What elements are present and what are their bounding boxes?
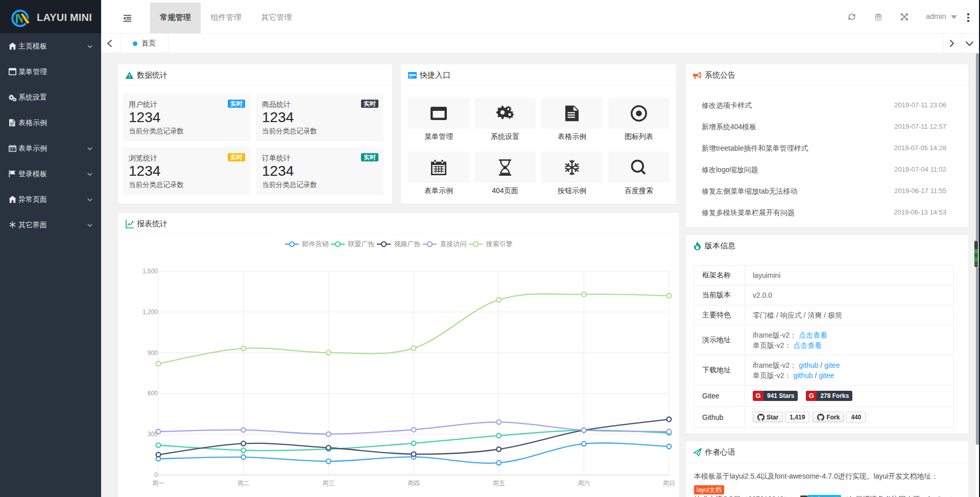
svg-text:周日: 周日: [663, 480, 675, 487]
svg-text:300: 300: [148, 431, 158, 438]
svg-text:1,500: 1,500: [142, 268, 158, 275]
svg-text:1,200: 1,200: [142, 309, 158, 316]
svg-text:900: 900: [148, 349, 158, 357]
svg-text:周五: 周五: [493, 480, 505, 487]
svg-text:周二: 周二: [237, 480, 250, 487]
svg-text:周六: 周六: [578, 480, 590, 487]
svg-text:周三: 周三: [322, 480, 334, 487]
svg-text:600: 600: [148, 390, 158, 397]
svg-text:周四: 周四: [408, 480, 420, 487]
svg-text:周一: 周一: [152, 480, 164, 487]
svg-text:0: 0: [154, 471, 158, 479]
